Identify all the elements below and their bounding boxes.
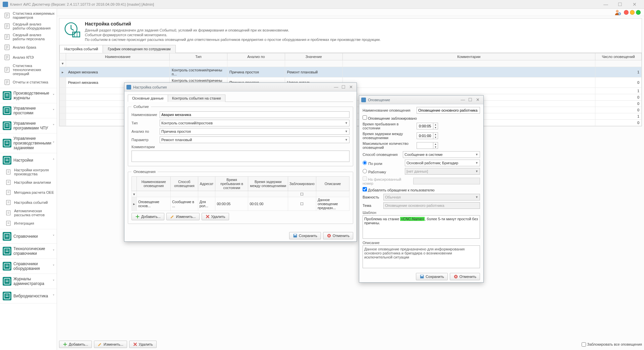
col-header[interactable]: Адресат xyxy=(198,177,215,191)
col-header[interactable]: Значение xyxy=(285,53,342,60)
sidebar-group[interactable]: Управление программами ЧПУ˅ xyxy=(0,119,57,132)
block-all-checkbox[interactable]: Заблокировать все оповещения xyxy=(582,342,642,347)
svg-rect-13 xyxy=(6,180,10,184)
svg-point-23 xyxy=(616,10,619,12)
report-icon xyxy=(3,44,11,51)
notification-cancel-button[interactable]: Отменить xyxy=(450,273,480,280)
dialog-close-button[interactable]: ✕ xyxy=(347,84,355,90)
sidebar-item[interactable]: Отчеты и статистика xyxy=(0,77,57,87)
inner-delete-button[interactable]: Удалить xyxy=(202,213,229,220)
col-header[interactable]: Число оповещений xyxy=(595,53,642,60)
report-icon xyxy=(3,12,11,19)
col-header[interactable]: Комментарии xyxy=(342,53,595,60)
sidebar-subitem[interactable]: Настройки аналитики xyxy=(1,177,57,187)
sidebar-group[interactable]: Технологические справочники˅ xyxy=(0,244,57,258)
sidebar-subitem[interactable]: Автоматическая рассылка отчетов xyxy=(1,208,57,218)
group-icon xyxy=(3,262,11,271)
group-icon xyxy=(3,121,11,130)
sidebar-group[interactable]: Управление производственными заданиями˅ xyxy=(0,134,57,152)
edit-button[interactable]: Изменить... xyxy=(94,341,127,348)
sidebar-group[interactable]: Управление простоями˅ xyxy=(0,104,57,117)
filter-row[interactable]: ▾☐ xyxy=(132,191,350,197)
col-header[interactable]: Способ оповещения xyxy=(171,177,198,191)
col-header[interactable]: Тип xyxy=(170,53,227,60)
sidebar-item[interactable]: Анализ КПЭ xyxy=(0,52,57,62)
parameter-select[interactable]: Ремонт плановый▼ xyxy=(160,136,350,143)
status-red-icon xyxy=(624,10,629,15)
description-textarea[interactable]: Данное оповещение предназначено для инфо… xyxy=(363,245,480,268)
inner-edit-button[interactable]: Изменить... xyxy=(166,213,200,220)
sidebar-group[interactable]: Журналы администратора˅ xyxy=(0,275,57,288)
sidebar-group[interactable]: Вибродиагностика˅ xyxy=(0,290,57,302)
sidebar-item[interactable]: Статистика технологических операций xyxy=(0,62,57,77)
table-row[interactable]: ▸Авария механикаКонтроль состояния/причи… xyxy=(60,67,642,77)
close-button[interactable]: ✕ xyxy=(628,2,641,7)
col-header[interactable]: Время пребывания в состоянии xyxy=(215,177,248,191)
notification-save-button[interactable]: Сохранить xyxy=(416,273,448,280)
main-content: Настройка событий Данный раздел предназн… xyxy=(57,9,644,350)
minimize-button[interactable]: — xyxy=(599,2,612,7)
sidebar-subitem[interactable]: Настройки контроля производства xyxy=(1,167,57,177)
by-role-radio[interactable]: По роли xyxy=(363,161,403,166)
sidebar-group[interactable]: Настройки˄ xyxy=(0,154,57,167)
table-row[interactable]: ▸Оповещение основ...Сообщение в ...Для р… xyxy=(132,197,350,211)
sidebar-group[interactable]: Справочники˅ xyxy=(0,230,57,243)
blocked-checkbox[interactable]: Оповещение заблокировано xyxy=(363,115,417,120)
chevron-icon: ˅ xyxy=(53,264,55,269)
delay-time-spinner[interactable]: ▲▼ xyxy=(417,132,438,139)
dialog-titlebar[interactable]: Настройка события — ☐ ✕ xyxy=(124,83,357,92)
sidebar-item[interactable]: Статистика измеряемых параметров xyxy=(0,10,57,21)
event-type-select[interactable]: Контроль состояний/простоев▼ xyxy=(160,120,350,126)
delete-button[interactable]: Удалить xyxy=(129,341,157,348)
analysis-by-select[interactable]: Причина простоя▼ xyxy=(160,128,350,135)
tab-notification-schedule[interactable]: График оповещения по сотрудникам xyxy=(103,45,175,53)
maximize-button[interactable]: ☐ xyxy=(613,2,627,7)
event-name-input[interactable] xyxy=(160,111,350,118)
sidebar-subitem[interactable]: Интеграция xyxy=(1,218,57,228)
sidebar-item[interactable]: Сводный анализ работы оборудования xyxy=(0,21,57,32)
dialog-minimize-button[interactable]: — xyxy=(332,84,340,90)
method-select[interactable]: Сообщение в системе▼ xyxy=(403,151,480,158)
dialog-save-button[interactable]: Сохранить xyxy=(289,232,321,239)
item-icon xyxy=(5,168,12,176)
sidebar-subitem[interactable]: Настройка событий xyxy=(1,197,57,208)
description-label: Описание xyxy=(363,241,480,245)
dialog-maximize-button[interactable]: ☐ xyxy=(467,97,474,102)
sidebar-subitem[interactable]: Методика расчета OEE xyxy=(1,187,57,197)
tab-event-settings[interactable]: Настройка событий xyxy=(59,45,103,53)
group-icon xyxy=(3,139,11,148)
sidebar-group[interactable]: Производственные журналы˅ xyxy=(0,89,57,102)
add-button[interactable]: Добавить... xyxy=(59,341,92,348)
dialog-titlebar[interactable]: Оповещение — ☐ ✕ xyxy=(359,96,483,104)
user-settings-icon[interactable] xyxy=(614,9,621,16)
inner-add-button[interactable]: Добавить... xyxy=(131,213,164,220)
role-select[interactable]: Основной работник; Бригадир▼ xyxy=(405,160,480,166)
col-header[interactable]: Описание xyxy=(316,177,349,191)
dialog-cancel-button[interactable]: Отменить xyxy=(323,232,353,239)
notification-name-input[interactable] xyxy=(417,107,480,114)
dialog-minimize-button[interactable]: — xyxy=(459,97,467,102)
sidebar-group[interactable]: Справочники оборудования˅ xyxy=(0,259,57,273)
stay-time-spinner[interactable]: ▲▼ xyxy=(417,123,438,129)
svg-rect-21 xyxy=(4,278,10,284)
page-header-icon xyxy=(63,21,81,39)
col-header[interactable]: Заблокировано xyxy=(288,177,316,191)
dialog-close-button[interactable]: ✕ xyxy=(474,97,481,102)
col-header[interactable]: Время задержки между оповещениями xyxy=(248,177,288,191)
by-worker-radio[interactable]: Работнику xyxy=(363,169,403,174)
col-header[interactable]: Наименование оповещения xyxy=(137,177,171,191)
tab-main-data[interactable]: Основные данные xyxy=(128,95,168,102)
add-appeal-checkbox[interactable]: Добавлять обращение к пользователю xyxy=(363,187,435,192)
max-count-spinner[interactable]: ▲▼ xyxy=(417,142,438,149)
col-header[interactable]: Анализ по xyxy=(227,53,285,60)
sidebar-item[interactable]: Сводный анализ работы персонала xyxy=(0,32,57,42)
col-header[interactable]: Наименование xyxy=(66,53,170,60)
dialog-icon xyxy=(361,98,366,102)
svg-rect-20 xyxy=(4,263,10,269)
comment-textarea[interactable] xyxy=(131,151,350,162)
template-textarea[interactable]: Проблема на станке <CNC.Name>, более 5-т… xyxy=(363,215,480,239)
tab-machine-control[interactable]: Контроль события на станке xyxy=(168,95,225,102)
sidebar-item[interactable]: Анализ брака xyxy=(0,42,57,52)
filter-row[interactable]: ▾ xyxy=(60,60,642,67)
dialog-maximize-button[interactable]: ☐ xyxy=(340,84,347,90)
